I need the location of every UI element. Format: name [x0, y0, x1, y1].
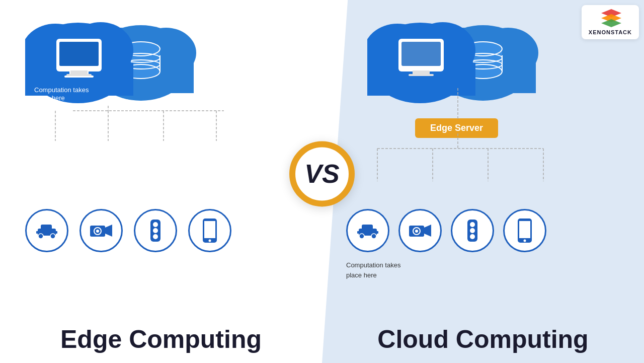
- left-car-icon: [25, 209, 68, 252]
- left-traffic-light-icon: [134, 209, 177, 252]
- right-devices-row: [346, 209, 546, 252]
- svg-point-101: [470, 228, 475, 233]
- right-diagram: Edge Server: [337, 8, 629, 300]
- svg-rect-48: [36, 231, 39, 234]
- vs-circle: VS: [289, 141, 355, 206]
- svg-point-102: [470, 234, 475, 239]
- svg-rect-49: [54, 231, 57, 234]
- right-car-icon: [346, 209, 389, 252]
- svg-rect-90: [362, 225, 373, 231]
- svg-rect-33: [59, 42, 99, 66]
- svg-point-105: [524, 240, 526, 242]
- svg-rect-104: [519, 221, 530, 238]
- left-devices-row: [25, 209, 231, 252]
- right-traffic-light-icon: [451, 209, 494, 252]
- xenonstack-logo: XENONSTACK: [582, 5, 639, 39]
- left-diagram: Computation takes place here: [10, 8, 312, 289]
- left-cloud-svg: Computation takes place here: [25, 8, 226, 118]
- logo-icon: [599, 9, 621, 27]
- svg-point-98: [415, 230, 418, 233]
- svg-rect-93: [357, 231, 360, 234]
- svg-point-46: [38, 234, 43, 239]
- svg-rect-80: [413, 70, 430, 75]
- right-panel: Edge Server: [322, 0, 644, 363]
- svg-point-55: [153, 222, 158, 227]
- svg-point-60: [209, 240, 211, 242]
- left-panel: Computation takes place here: [0, 0, 322, 363]
- svg-point-47: [50, 234, 55, 239]
- left-connectors: [15, 106, 267, 206]
- vs-label: VS: [304, 159, 339, 189]
- left-camera-icon: [79, 209, 123, 252]
- right-title: Cloud Computing: [322, 325, 644, 354]
- left-title-text: Edge Computing: [60, 325, 262, 353]
- right-computation-label: Computation takes place here: [346, 260, 400, 280]
- svg-point-100: [470, 222, 475, 227]
- svg-rect-79: [401, 42, 441, 66]
- svg-point-56: [153, 228, 158, 233]
- svg-rect-34: [70, 70, 88, 75]
- right-title-text: Cloud Computing: [377, 325, 588, 353]
- right-camera-icon: [398, 209, 442, 252]
- svg-point-91: [359, 234, 364, 239]
- right-smartphone-icon: [503, 209, 546, 252]
- svg-marker-96: [424, 225, 431, 237]
- svg-rect-35: [66, 74, 92, 76]
- svg-text:place here: place here: [34, 94, 65, 102]
- svg-rect-59: [204, 221, 215, 238]
- left-smartphone-icon: [188, 209, 231, 252]
- svg-marker-2: [601, 19, 621, 27]
- logo-text: XENONSTACK: [589, 29, 632, 35]
- svg-marker-51: [105, 225, 112, 237]
- svg-rect-94: [375, 231, 378, 234]
- left-title: Edge Computing: [0, 325, 322, 354]
- right-connectors: [347, 83, 609, 214]
- svg-text:Computation takes: Computation takes: [34, 86, 89, 94]
- svg-rect-45: [41, 225, 52, 231]
- svg-point-92: [371, 234, 376, 239]
- svg-point-57: [153, 234, 158, 239]
- svg-rect-81: [409, 74, 434, 76]
- svg-point-53: [96, 230, 99, 233]
